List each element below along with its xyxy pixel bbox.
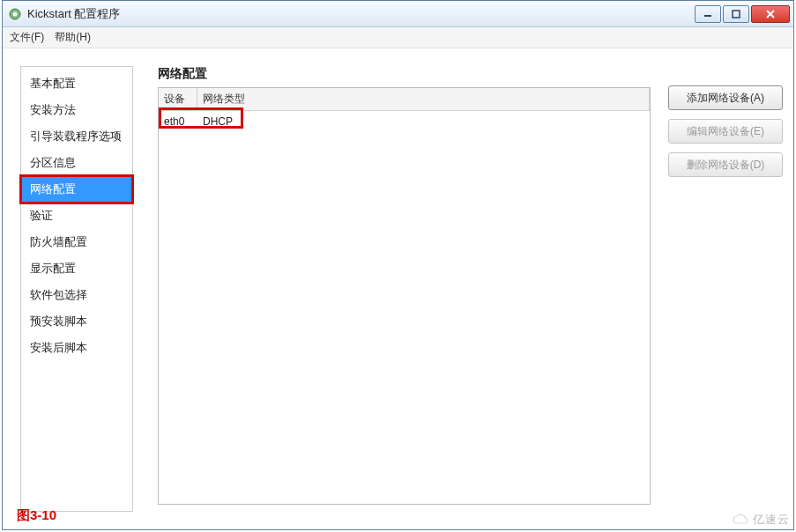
content-area: 基本配置 安装方法 引导装载程序选项 分区信息 网络配置 验证 防火墙配置 显示… [3,48,793,529]
titlebar: Kickstart 配置程序 [3,1,793,27]
minimize-button[interactable] [695,5,721,23]
sidebar-item-network[interactable]: 网络配置 [21,176,132,203]
menu-file[interactable]: 文件(F) [10,30,44,45]
section-title: 网络配置 [158,66,651,82]
main-panel: 网络配置 设备 网络类型 eth0 DHCP 添加网络设备(A) 编辑网络设备(… [158,66,783,512]
sidebar-item-bootloader[interactable]: 引导装载程序选项 [21,123,132,150]
sidebar-item-postscript[interactable]: 安装后脚本 [21,335,132,361]
sidebar: 基本配置 安装方法 引导装载程序选项 分区信息 网络配置 验证 防火墙配置 显示… [20,66,133,512]
device-table: 设备 网络类型 eth0 DHCP [158,87,651,505]
sidebar-item-basic[interactable]: 基本配置 [21,70,132,97]
menu-help[interactable]: 帮助(H) [55,30,91,45]
sidebar-item-display[interactable]: 显示配置 [21,255,132,282]
cell-type: DHCP [197,111,650,132]
sidebar-item-packages[interactable]: 软件包选择 [21,282,132,308]
figure-label: 图3-10 [17,507,56,524]
maximize-button[interactable] [723,5,749,23]
watermark-text: 亿速云 [753,512,790,528]
svg-point-1 [13,11,18,16]
watermark: 亿速云 [732,512,790,528]
cloud-icon [732,514,749,526]
app-icon [8,7,22,21]
table-row[interactable]: eth0 DHCP [159,111,650,132]
app-window: Kickstart 配置程序 文件(F) 帮助(H) 基本配置 安装方法 引导装… [2,0,794,530]
table-header: 设备 网络类型 [159,88,650,111]
sidebar-item-firewall[interactable]: 防火墙配置 [21,229,132,255]
action-buttons: 添加网络设备(A) 编辑网络设备(E) 删除网络设备(D) [668,66,783,512]
window-title: Kickstart 配置程序 [27,6,120,22]
sidebar-item-partition[interactable]: 分区信息 [21,150,132,176]
delete-device-button[interactable]: 删除网络设备(D) [668,152,783,177]
add-device-button[interactable]: 添加网络设备(A) [668,85,783,110]
sidebar-item-auth[interactable]: 验证 [21,203,132,229]
edit-device-button[interactable]: 编辑网络设备(E) [668,119,783,144]
column-header-device[interactable]: 设备 [159,88,197,110]
svg-rect-3 [733,11,740,18]
sidebar-item-install[interactable]: 安装方法 [21,97,132,123]
cell-device: eth0 [159,111,197,132]
window-controls [695,5,790,23]
column-header-type[interactable]: 网络类型 [197,88,650,110]
sidebar-item-prescript[interactable]: 预安装脚本 [21,308,132,335]
close-button[interactable] [751,5,790,23]
menubar: 文件(F) 帮助(H) [3,27,793,48]
